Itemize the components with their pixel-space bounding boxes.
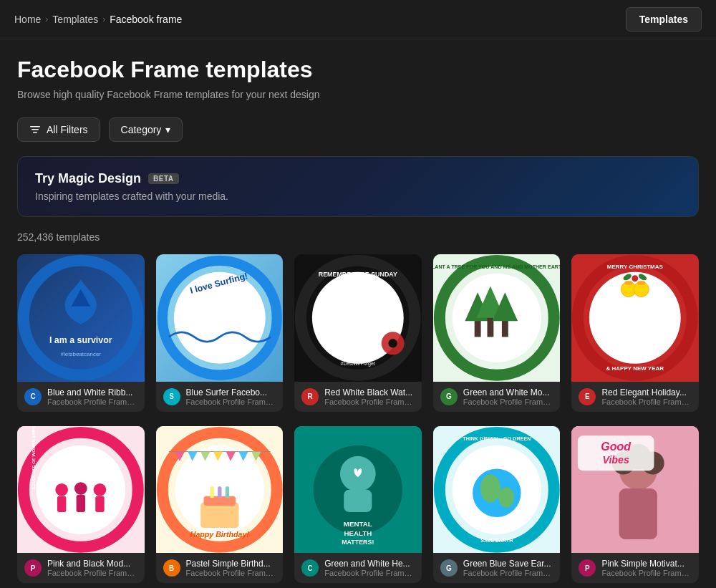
template-category-2: Facebook Profile Frame ... bbox=[186, 397, 276, 406]
breadcrumb-templates[interactable]: Templates bbox=[52, 14, 98, 25]
svg-point-85 bbox=[480, 474, 500, 502]
template-info-5: E Red Elegant Holiday... Facebook Profil… bbox=[571, 382, 699, 412]
all-filters-button[interactable]: All Filters bbox=[17, 117, 100, 142]
frame-svg-4: PLANT A TREE FOR YOU AND ME AND MOTHER E… bbox=[433, 254, 561, 382]
template-text-5: Red Elegant Holiday... Facebook Profile … bbox=[601, 387, 692, 406]
svg-text:2023: 2023 bbox=[351, 280, 365, 287]
frame-svg-8: MENTAL HEALTH MATTERS! bbox=[294, 426, 422, 554]
template-category-8: Facebook Profile Frame ... bbox=[324, 569, 415, 577]
svg-rect-50 bbox=[77, 495, 85, 512]
svg-text:PLANT A TREE FOR YOU AND ME AN: PLANT A TREE FOR YOU AND ME AND MOTHER E… bbox=[433, 264, 561, 270]
breadcrumb-current: Facebook frame bbox=[110, 14, 182, 25]
svg-rect-70 bbox=[225, 486, 228, 498]
template-card-2[interactable]: I love Surfing! S Blue Surfer Facebo... … bbox=[156, 254, 284, 412]
template-text-9: Green Blue Save Ear... Facebook Profile … bbox=[463, 559, 553, 577]
svg-text:Happy Birthday!: Happy Birthday! bbox=[190, 530, 249, 539]
all-filters-label: All Filters bbox=[47, 124, 88, 135]
svg-text:HEALTH: HEALTH bbox=[344, 529, 372, 536]
template-card-3[interactable]: REMEMBRANCE SUNDAY 2023 #LestWeForget R … bbox=[294, 254, 422, 412]
template-card-10[interactable]: Good Vibes P Pink Simple Motivat... Face… bbox=[571, 426, 699, 584]
svg-point-40 bbox=[632, 275, 639, 281]
frame-svg-5: MERRY CHRISTMAS & HAPPY NEW YEAR bbox=[571, 254, 699, 382]
svg-rect-2 bbox=[33, 132, 37, 133]
template-card-4[interactable]: PLANT A TREE FOR YOU AND ME AND MOTHER E… bbox=[433, 254, 561, 412]
svg-rect-38 bbox=[625, 281, 633, 284]
svg-text:MATTERS!: MATTERS! bbox=[342, 539, 374, 546]
template-thumbnail-5: MERRY CHRISTMAS & HAPPY NEW YEAR bbox=[571, 254, 699, 382]
template-card-8[interactable]: MENTAL HEALTH MATTERS! C Green and White… bbox=[294, 426, 422, 584]
breadcrumb: Home › Templates › Facebook frame bbox=[14, 14, 182, 25]
svg-rect-69 bbox=[218, 486, 221, 498]
main-content: Facebook Frame templates Browse high qua… bbox=[0, 39, 716, 588]
template-name-3: Red White Black Wat... bbox=[324, 387, 415, 397]
template-text-6: Pink and Black Mod... Facebook Profile F… bbox=[47, 559, 137, 577]
template-name-9: Green Blue Save Ear... bbox=[463, 559, 553, 569]
template-count: 252,436 templates bbox=[17, 231, 699, 243]
frame-svg-6: ADVOCATE OF WOMEN EMPOWERMENT bbox=[17, 426, 145, 554]
frame-svg-3: REMEMBRANCE SUNDAY 2023 #LestWeForget bbox=[294, 254, 422, 382]
template-thumbnail-9: THINK GREEN – GO GREEN SAVE EARTH bbox=[433, 426, 561, 554]
template-thumbnail-1: I am a survivor #letsbeatcancer bbox=[17, 254, 145, 382]
template-thumbnail-8: MENTAL HEALTH MATTERS! bbox=[294, 426, 422, 554]
template-category-10: Facebook Profile Frame ... bbox=[601, 569, 692, 577]
svg-text:#letsbeatcancer: #letsbeatcancer bbox=[61, 351, 102, 357]
magic-design-banner[interactable]: Try Magic Design BETA Inspiring template… bbox=[17, 156, 699, 217]
category-filter-button[interactable]: Category ▾ bbox=[109, 117, 183, 142]
template-category-7: Facebook Profile Frame ... bbox=[186, 569, 276, 577]
template-info-4: G Green and White Mo... Facebook Profile… bbox=[433, 382, 561, 412]
template-card-1[interactable]: I am a survivor #letsbeatcancer C Blue a… bbox=[17, 254, 145, 412]
category-label: Category bbox=[121, 124, 162, 135]
template-text-8: Green and White He... Facebook Profile F… bbox=[324, 559, 415, 577]
template-thumbnail-4: PLANT A TREE FOR YOU AND ME AND MOTHER E… bbox=[433, 254, 561, 382]
breadcrumb-home[interactable]: Home bbox=[14, 14, 41, 25]
filter-icon bbox=[29, 124, 41, 135]
chevron-down-icon: ▾ bbox=[165, 124, 170, 135]
template-thumbnail-6: ADVOCATE OF WOMEN EMPOWERMENT bbox=[17, 426, 145, 554]
template-category-4: Facebook Profile Frame ... bbox=[463, 397, 553, 406]
magic-design-subtitle: Inspiring templates crafted with your me… bbox=[35, 191, 681, 202]
page-subtitle: Browse high quality Facebook Frame templ… bbox=[17, 89, 699, 100]
avatar-2: S bbox=[163, 388, 180, 405]
avatar-6: P bbox=[24, 559, 42, 577]
svg-rect-92 bbox=[619, 488, 657, 539]
svg-point-49 bbox=[74, 482, 87, 495]
template-name-1: Blue and White Ribb... bbox=[47, 387, 137, 397]
template-category-5: Facebook Profile Frame ... bbox=[601, 397, 692, 406]
svg-rect-48 bbox=[57, 496, 66, 511]
template-text-10: Pink Simple Motivat... Facebook Profile … bbox=[601, 559, 692, 577]
template-card-5[interactable]: MERRY CHRISTMAS & HAPPY NEW YEAR E bbox=[571, 254, 699, 412]
svg-rect-76 bbox=[344, 489, 372, 511]
svg-rect-1 bbox=[32, 129, 39, 130]
svg-point-51 bbox=[94, 483, 107, 496]
avatar-7: B bbox=[163, 559, 180, 577]
templates-nav-button[interactable]: Templates bbox=[626, 7, 702, 32]
template-info-10: P Pink Simple Motivat... Facebook Profil… bbox=[571, 553, 699, 583]
beta-badge: BETA bbox=[148, 173, 178, 184]
breadcrumb-sep-2: › bbox=[102, 14, 105, 24]
svg-text:Vibes: Vibes bbox=[603, 453, 629, 465]
magic-banner-header: Try Magic Design BETA bbox=[35, 171, 681, 186]
template-category-6: Facebook Profile Frame ... bbox=[47, 569, 137, 577]
svg-text:Good: Good bbox=[601, 440, 632, 452]
template-card-9[interactable]: THINK GREEN – GO GREEN SAVE EARTH G Gree… bbox=[433, 426, 561, 584]
avatar-3: R bbox=[301, 388, 319, 405]
magic-design-title: Try Magic Design bbox=[35, 171, 141, 186]
frame-svg-1: I am a survivor #letsbeatcancer bbox=[17, 254, 145, 382]
template-text-7: Pastel Simple Birthd... Facebook Profile… bbox=[186, 559, 276, 577]
svg-rect-0 bbox=[30, 126, 40, 127]
svg-rect-25 bbox=[487, 314, 493, 337]
frame-svg-10: Good Vibes bbox=[571, 426, 699, 554]
svg-text:#LestWeForget: #LestWeForget bbox=[341, 361, 375, 367]
template-card-6[interactable]: ADVOCATE OF WOMEN EMPOWERMENT P Pink and… bbox=[17, 426, 145, 584]
template-thumbnail-3: REMEMBRANCE SUNDAY 2023 #LestWeForget bbox=[294, 254, 422, 382]
breadcrumb-sep-1: › bbox=[45, 14, 48, 24]
template-card-7[interactable]: Happy Birthday! B Pastel Simple Birthd..… bbox=[156, 426, 284, 584]
svg-point-86 bbox=[498, 487, 513, 507]
template-text-2: Blue Surfer Facebo... Facebook Profile F… bbox=[186, 387, 276, 406]
template-category-9: Facebook Profile Frame ... bbox=[463, 569, 553, 577]
frame-svg-9: THINK GREEN – GO GREEN SAVE EARTH bbox=[433, 426, 561, 554]
svg-rect-66 bbox=[200, 502, 238, 528]
frame-svg-7: Happy Birthday! bbox=[156, 426, 284, 554]
template-thumbnail-2: I love Surfing! bbox=[156, 254, 284, 382]
svg-text:SAVE EARTH: SAVE EARTH bbox=[480, 537, 513, 543]
